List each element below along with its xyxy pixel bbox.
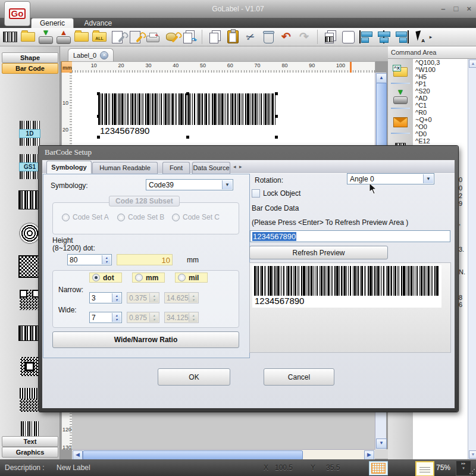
horizontal-scrollbar[interactable]: ◀ ▶ xyxy=(72,449,375,459)
zoom-button[interactable] xyxy=(415,461,434,476)
send-command-button[interactable] xyxy=(392,114,409,130)
datamatrix-icon xyxy=(18,255,41,278)
recall-label-button[interactable]: ▲ xyxy=(55,29,73,45)
radio-code-set-c[interactable]: Code Set C xyxy=(172,213,220,221)
narrow-mm-spinner: 0.375 ▴▾ xyxy=(127,292,159,303)
align-center-button[interactable] xyxy=(375,29,393,45)
delete-button[interactable] xyxy=(259,29,277,45)
scroll-up-icon[interactable]: ▲ xyxy=(376,73,387,83)
pointer-tool-button[interactable]: A xyxy=(411,29,428,45)
close-button[interactable]: × xyxy=(466,4,471,13)
save-command-button[interactable]: ▼ xyxy=(392,89,409,105)
redo-button[interactable]: ↷ xyxy=(295,29,313,45)
radio-code-set-b[interactable]: Code Set B xyxy=(117,213,164,221)
page-setup-button[interactable] xyxy=(108,29,126,45)
radio-label: dot xyxy=(103,274,114,282)
tab-font[interactable]: Font xyxy=(162,162,190,174)
maximize-button[interactable]: □ xyxy=(454,4,459,13)
printer-button[interactable] xyxy=(144,29,162,45)
minimize-button[interactable]: – xyxy=(441,4,445,13)
align-left-button[interactable] xyxy=(357,29,375,45)
tab-human-readable-style[interactable]: Human Readable Style xyxy=(92,162,158,174)
resize-grip[interactable] xyxy=(469,469,475,475)
ruler-number: 50 xyxy=(200,62,206,68)
document-tab-label0[interactable]: Label_0 ✕ xyxy=(68,48,114,62)
undo-button[interactable]: ↶ xyxy=(277,29,295,45)
toolbar-separator xyxy=(313,30,318,44)
close-tab-icon[interactable]: ✕ xyxy=(100,51,108,60)
radio-selected-icon xyxy=(92,274,100,281)
gs1-label: GS1 xyxy=(19,162,40,171)
spinner-buttons[interactable]: ▴▾ xyxy=(112,313,121,322)
narrow-dot-spinner[interactable]: 3 ▴▾ xyxy=(89,292,122,303)
height-dot-spinner[interactable]: 80 ▴▾ xyxy=(67,254,112,265)
save-label-button[interactable]: ▼ xyxy=(37,29,55,45)
open-folder-button[interactable] xyxy=(73,29,90,45)
grid-toggle-button[interactable] xyxy=(369,461,388,475)
command-scrollbar[interactable]: ▲ ▼ xyxy=(468,59,476,459)
preview-barcode-bars xyxy=(254,266,440,296)
cancel-button[interactable]: Cancel xyxy=(264,368,334,386)
copy-button[interactable] xyxy=(206,29,224,45)
barcode-object[interactable]: 1234567890 xyxy=(98,92,277,139)
open-all-button[interactable]: ALL xyxy=(90,29,108,45)
cut-button[interactable]: ✂ xyxy=(242,29,259,45)
radio-unit-mil[interactable]: mil xyxy=(175,273,208,283)
barcode-type-1d[interactable]: 1D xyxy=(17,120,42,146)
barcode-data-input[interactable]: 1234567890 xyxy=(250,230,450,242)
wide-narrow-ratio-button[interactable]: Wide/Narrow Ratio xyxy=(52,331,239,348)
tab-scroll-left-icon[interactable]: ◂ xyxy=(233,164,236,170)
rotation-dropdown[interactable]: Angle 0 ▼ xyxy=(347,173,434,184)
spinner-buttons: ▴▾ xyxy=(149,313,158,322)
lock-object-checkbox[interactable] xyxy=(252,189,260,198)
wide-dot-spinner[interactable]: 7 ▴▾ xyxy=(89,312,122,323)
printer-setup-button[interactable] xyxy=(126,29,144,45)
spinner-buttons[interactable]: ▴▾ xyxy=(112,293,121,302)
scroll-right-icon[interactable]: ▶ xyxy=(364,450,374,460)
tab-generic[interactable]: Generic xyxy=(31,18,74,29)
new-window-button[interactable] xyxy=(339,29,357,45)
tab-data-source[interactable]: Data Source xyxy=(192,162,230,174)
ruler-unit-button[interactable]: mm xyxy=(61,61,73,74)
rotation-value: Angle 0 xyxy=(350,175,374,183)
align-right-button[interactable] xyxy=(393,29,411,45)
height-mm-field[interactable]: 10 xyxy=(117,254,173,265)
object-list-button[interactable] xyxy=(321,29,339,45)
open-label-button[interactable] xyxy=(19,29,37,45)
narrow-mil-spinner: 14.625 ▴▾ xyxy=(164,292,199,303)
sidebar-item-shape[interactable]: Shape xyxy=(2,52,58,63)
refresh-preview-button[interactable]: Refresh Preview xyxy=(249,246,388,259)
tab-scroll-right-icon[interactable]: ▸ xyxy=(239,164,242,170)
radio-code-set-a[interactable]: Code Set A xyxy=(62,213,109,221)
database-setup-button[interactable] xyxy=(162,29,180,45)
radio-icon xyxy=(172,214,180,221)
preview-barcode-text: 1234567890 xyxy=(255,296,304,306)
tab-symbology[interactable]: Symbology xyxy=(46,161,92,174)
sidebar-item-graphics[interactable]: Graphics xyxy=(2,447,58,458)
wide-mm-spinner: 0.875 ▴▾ xyxy=(127,312,159,323)
paste-button[interactable] xyxy=(224,29,242,45)
title-bar: GoLabel - V1.07 – □ × xyxy=(0,0,476,18)
toolbar-overflow-button[interactable]: ▸ xyxy=(428,29,433,45)
horizontal-scroll-thumb[interactable] xyxy=(83,450,303,460)
open-command-file-button[interactable]: ^X xyxy=(392,64,409,80)
ruler-number: 40 xyxy=(173,62,178,68)
ok-button[interactable]: OK xyxy=(158,368,230,386)
copy-label-button[interactable]: ↷ xyxy=(180,29,198,45)
divider xyxy=(391,83,410,84)
scrollbar-corner xyxy=(375,449,388,459)
document-tab-row: Label_0 ✕ xyxy=(60,46,388,62)
symbology-dropdown[interactable]: Code39 ▼ xyxy=(146,179,233,190)
scroll-down-icon[interactable]: ▼ xyxy=(376,439,387,449)
scroll-down-icon[interactable]: ▼ xyxy=(469,450,476,459)
scroll-left-icon[interactable]: ◀ xyxy=(73,450,83,460)
sidebar-item-barcode[interactable]: Bar Code xyxy=(2,63,58,74)
tab-advance[interactable]: Advance xyxy=(76,18,120,29)
scroll-up-icon[interactable]: ▲ xyxy=(469,60,476,68)
radio-unit-mm[interactable]: mm xyxy=(132,273,165,283)
radio-unit-dot[interactable]: dot xyxy=(89,273,122,283)
new-label-button[interactable] xyxy=(1,29,19,45)
sidebar-item-text[interactable]: Text xyxy=(2,436,58,447)
spinner-buttons[interactable]: ▴▾ xyxy=(102,255,111,264)
1d-label: 1D xyxy=(19,129,40,138)
